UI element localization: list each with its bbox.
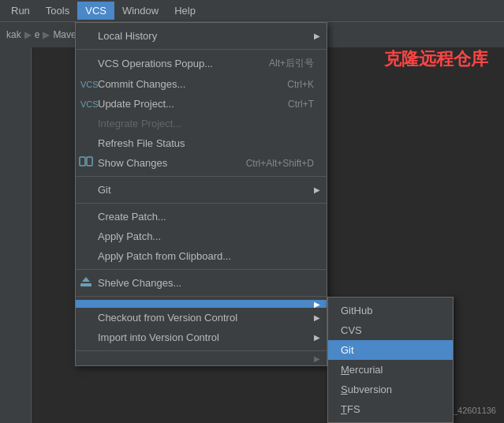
shelve-changes-label: Shelve Changes... xyxy=(98,277,181,289)
menu-item-git[interactable]: Git xyxy=(76,180,327,200)
commit-changes-label: Commit Changes... xyxy=(98,78,185,90)
mercurial-label: Mercurial xyxy=(341,364,383,376)
vcs-operations-shortcut: Alt+后引号 xyxy=(253,57,314,70)
svg-rect-1 xyxy=(87,157,92,166)
submenu-item-cvs[interactable]: CVS xyxy=(328,320,453,340)
update-project-shortcut: Ctrl+T xyxy=(272,99,314,110)
apply-patch-clipboard-label: Apply Patch from Clipboard... xyxy=(98,250,231,262)
breadcrumb-e: e xyxy=(35,29,40,40)
commit-icon: VCS xyxy=(80,80,99,89)
separator-2 xyxy=(76,176,327,177)
commit-changes-shortcut: Ctrl+K xyxy=(271,79,314,90)
separator-4 xyxy=(76,269,327,270)
breadcrumb-sep1: ▶ xyxy=(24,29,32,40)
menu-item-update-project[interactable]: VCS Update Project... Ctrl+T xyxy=(76,94,327,114)
breadcrumb-kak: kak xyxy=(6,29,21,40)
git-label: Git xyxy=(98,184,111,196)
show-changes-label: Show Changes xyxy=(98,157,167,169)
menu-item-local-history[interactable]: Local History xyxy=(76,26,327,46)
menu-item-checkout-vcs[interactable]: GitHub CVS Git Mercurial Subversion TFS xyxy=(76,300,327,308)
sidebar xyxy=(0,47,32,423)
separator-3 xyxy=(76,203,327,204)
git-submenu-label: Git xyxy=(341,344,354,356)
annotation-text: 克隆远程仓库 xyxy=(384,47,488,71)
menu-item-show-changes[interactable]: Show Changes Ctrl+Alt+Shift+D xyxy=(76,153,327,173)
apply-patch-label: Apply Patch... xyxy=(98,230,161,242)
menu-help[interactable]: Help xyxy=(166,2,203,20)
cvs-label: CVS xyxy=(341,324,362,336)
github-label: GitHub xyxy=(341,305,372,316)
submenu-item-subversion[interactable]: Subversion xyxy=(328,380,453,399)
separator-1 xyxy=(76,49,327,50)
local-history-label: Local History xyxy=(98,30,157,42)
submenu-item-tfs[interactable]: TFS xyxy=(328,399,453,419)
menu-vcs[interactable]: VCS xyxy=(77,2,114,20)
menu-window[interactable]: Window xyxy=(114,2,166,20)
import-vcs-label: Checkout from Version Control xyxy=(98,312,237,324)
vcs-operations-label: VCS Operations Popup... xyxy=(98,58,213,69)
menu-item-sync-settings xyxy=(76,354,327,362)
menu-item-shelve-changes[interactable]: Shelve Changes... xyxy=(76,273,327,293)
menu-tools[interactable]: Tools xyxy=(38,2,77,20)
menu-item-apply-patch-clipboard[interactable]: Apply Patch from Clipboard... xyxy=(76,246,327,266)
submenu-item-mercurial[interactable]: Mercurial xyxy=(328,360,453,380)
menu-item-commit-changes[interactable]: VCS Commit Changes... Ctrl+K xyxy=(76,74,327,94)
separator-5 xyxy=(76,296,327,297)
svg-rect-0 xyxy=(80,157,85,166)
show-changes-shortcut: Ctrl+Alt+Shift+D xyxy=(230,158,314,169)
shelve-icon xyxy=(79,275,93,290)
update-project-label: Update Project... xyxy=(98,98,174,110)
submenu-item-github[interactable]: GitHub xyxy=(328,301,453,320)
menu-item-apply-patch[interactable]: Apply Patch... xyxy=(76,226,327,246)
menu-item-vcs-operations[interactable]: VCS Operations Popup... Alt+后引号 xyxy=(76,53,327,74)
menu-item-browse-vcs[interactable]: Import into Version Control xyxy=(76,328,327,347)
changes-icon xyxy=(79,155,93,170)
update-icon: VCS xyxy=(80,99,99,109)
vcs-dropdown-menu: Local History VCS Operations Popup... Al… xyxy=(75,22,327,366)
submenu-item-git[interactable]: Git xyxy=(328,340,453,360)
menubar: Run Tools VCS Window Help xyxy=(0,0,504,22)
menu-item-create-patch[interactable]: Create Patch... xyxy=(76,207,327,226)
menu-item-integrate-project: Integrate Project... xyxy=(76,114,327,133)
browse-vcs-label: Import into Version Control xyxy=(98,331,219,343)
separator-6 xyxy=(76,350,327,351)
svg-rect-2 xyxy=(80,283,91,286)
menu-item-import-vcs[interactable]: Checkout from Version Control xyxy=(76,308,327,328)
tfs-label: TFS xyxy=(341,403,360,415)
checkout-submenu: GitHub CVS Git Mercurial Subversion TFS xyxy=(327,297,454,423)
integrate-project-label: Integrate Project... xyxy=(98,118,181,129)
menu-item-refresh-file-status[interactable]: Refresh File Status xyxy=(76,133,327,153)
breadcrumb-sep2: ▶ xyxy=(43,29,50,40)
refresh-file-status-label: Refresh File Status xyxy=(98,137,185,149)
menu-run[interactable]: Run xyxy=(3,2,38,20)
create-patch-label: Create Patch... xyxy=(98,211,166,223)
subversion-label: Subversion xyxy=(341,384,392,395)
